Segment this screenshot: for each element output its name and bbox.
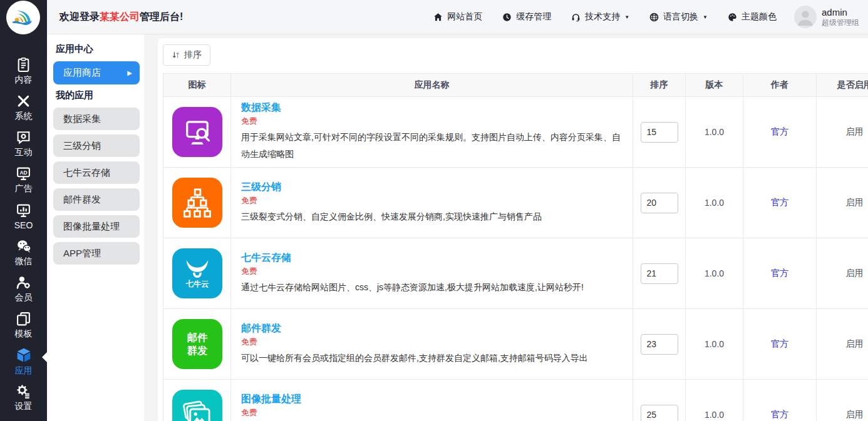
- page-title: 欢迎登录某某公司管理后台!: [59, 11, 413, 24]
- app-price: 免费: [241, 195, 623, 206]
- section-title-app-center: 应用中心: [56, 43, 144, 55]
- sidebar-item-interact[interactable]: 互动: [0, 126, 47, 162]
- column-header-4: 作者: [743, 74, 817, 97]
- sort-input[interactable]: [641, 193, 678, 213]
- app-title-link[interactable]: 邮件群发: [241, 322, 281, 335]
- app-store-label: 应用商店: [63, 67, 101, 79]
- sidebar-item-seo[interactable]: SEO: [0, 198, 47, 235]
- table-row: 图像批量处理免费可以批量处理(改变尺寸、加水印、瘦身、格式转换等)网站图片1.0…: [163, 380, 868, 421]
- icon-cell: 邮件群发: [163, 309, 231, 380]
- cube-icon: [16, 347, 32, 363]
- nav-item-tech-support[interactable]: 技术支持▼: [571, 11, 629, 23]
- nav-item-label: 主题颜色: [741, 11, 777, 23]
- my-app-button-4[interactable]: 图像批量处理: [53, 215, 140, 238]
- icon-cell: [163, 97, 231, 168]
- enabled-cell: 启用: [817, 309, 868, 380]
- sort-cell: [633, 168, 686, 238]
- nav-item-label: 技术支持: [585, 11, 620, 23]
- svg-text:AD: AD: [19, 170, 27, 176]
- sidebar-item-member[interactable]: 会员: [0, 271, 47, 307]
- author-cell: 官方: [743, 97, 817, 168]
- enabled-cell: 启用: [817, 380, 868, 421]
- sidebar-item-label: 广告: [15, 183, 33, 195]
- arrow-right-icon: ▶: [127, 69, 132, 76]
- app-title-link[interactable]: 数据采集: [241, 101, 281, 114]
- image-stack-icon: [180, 398, 214, 421]
- name-cell: 数据采集免费用于采集网站文章,可针对不同的字段设置不同的采集规则。支持图片自动上…: [231, 97, 633, 168]
- sidebar-item-content[interactable]: 内容: [0, 53, 47, 89]
- column-header-2: 排序: [633, 74, 686, 97]
- icon-cell: [163, 168, 231, 238]
- site-logo: [6, 1, 40, 34]
- main-area: 排序 图标应用名称排序版本作者是否启用 数据采集免费用于采集网站文章,可针对不同…: [144, 34, 868, 421]
- nav-item-cache-manage[interactable]: 缓存管理: [502, 11, 551, 23]
- chevron-down-icon: ▼: [703, 14, 708, 20]
- pages-icon: [16, 311, 31, 327]
- app-title-link[interactable]: 七牛云存储: [241, 251, 291, 265]
- author-cell: 官方: [743, 309, 817, 380]
- app-title-link[interactable]: 图像批量处理: [241, 393, 301, 406]
- logo-graphic: [9, 4, 37, 31]
- sidebar-item-system[interactable]: 系统: [0, 89, 47, 126]
- sidebar-item-template[interactable]: 模板: [0, 307, 47, 343]
- app-title-link[interactable]: 三级分销: [241, 181, 281, 194]
- secondary-sidebar: 应用中心 应用商店 ▶ 我的应用 数据采集三级分销七牛云存储邮件群发图像批量处理…: [47, 34, 144, 421]
- app-description: 通过七牛云存储给网站图片、css、js等静态资源加速,极大提升网站加载速度,让网…: [241, 279, 623, 296]
- my-app-button-1[interactable]: 三级分销: [53, 134, 140, 157]
- author-link[interactable]: 官方: [771, 338, 788, 348]
- org-chart-icon: [181, 186, 214, 219]
- sort-cell: [633, 97, 686, 168]
- column-header-5: 是否启用: [817, 74, 868, 97]
- my-app-button-2[interactable]: 七牛云存储: [53, 161, 140, 184]
- app-description: 可以一键给所有会员或指定组的会员群发邮件,支持群发自定义邮箱,支持邮箱号码导入导…: [241, 350, 623, 367]
- user-menu[interactable]: admin 超级管理组: [794, 6, 859, 28]
- sort-cell: [633, 309, 686, 380]
- app-icon: [172, 390, 222, 421]
- user-gear-icon: [16, 275, 31, 290]
- app-price: 免费: [241, 407, 623, 418]
- author-cell: 官方: [743, 380, 817, 421]
- sort-input[interactable]: [641, 263, 678, 284]
- app-price: 免费: [241, 266, 623, 277]
- sort-input[interactable]: [641, 405, 678, 421]
- content-card: 排序 图标应用名称排序版本作者是否启用 数据采集免费用于采集网站文章,可针对不同…: [158, 38, 868, 421]
- sidebar-item-settings[interactable]: 设置: [0, 380, 47, 416]
- sidebar-item-wechat[interactable]: 微信: [0, 235, 47, 271]
- icon-cell: [163, 380, 231, 421]
- svg-text:邮件: 邮件: [187, 332, 207, 343]
- nav-item-label: 网站首页: [447, 11, 482, 23]
- name-cell: 三级分销免费三级裂变式分销、自定义佣金比例、快速发展分销商,实现快速推广与销售产…: [231, 168, 633, 238]
- app-description: 用于采集网站文章,可针对不同的字段设置不同的采集规则。支持图片自动上传、内容分页…: [241, 129, 623, 163]
- sort-cell: [633, 380, 686, 421]
- my-app-button-3[interactable]: 邮件群发: [53, 188, 140, 211]
- sort-arrows-icon: [172, 51, 180, 59]
- sort-button[interactable]: 排序: [163, 44, 210, 66]
- nav-item-theme-color[interactable]: 主题颜色: [728, 11, 777, 23]
- nav-item-site-home[interactable]: 网站首页: [433, 11, 482, 23]
- sort-input[interactable]: [641, 122, 678, 143]
- sort-button-label: 排序: [184, 49, 202, 61]
- app-price: 免费: [241, 116, 623, 127]
- my-app-button-5[interactable]: APP管理: [53, 242, 140, 265]
- author-link[interactable]: 官方: [771, 409, 788, 419]
- avatar: [794, 6, 817, 28]
- sort-input[interactable]: [641, 334, 678, 355]
- app-store-button[interactable]: 应用商店 ▶: [53, 61, 140, 84]
- column-header-0: 图标: [163, 74, 231, 97]
- globe-icon: [649, 13, 659, 22]
- sort-cell: [633, 238, 686, 309]
- author-link[interactable]: 官方: [771, 126, 788, 136]
- author-link[interactable]: 官方: [771, 268, 788, 278]
- sidebar-item-ads[interactable]: AD广告: [0, 162, 47, 198]
- author-link[interactable]: 官方: [771, 197, 788, 207]
- enabled-cell: 启用: [817, 168, 868, 238]
- svg-text:七牛云: 七牛云: [185, 280, 209, 288]
- mail-text-icon: 邮件群发: [180, 327, 215, 362]
- name-cell: 邮件群发免费可以一键给所有会员或指定组的会员群发邮件,支持群发自定义邮箱,支持邮…: [231, 309, 633, 380]
- my-app-button-0[interactable]: 数据采集: [53, 108, 140, 130]
- enabled-cell: 启用: [817, 97, 868, 168]
- app-price: 免费: [241, 337, 623, 348]
- sidebar-item-apps[interactable]: 应用: [0, 343, 47, 380]
- app-description: 三级裂变式分销、自定义佣金比例、快速发展分销商,实现快速推广与销售产品: [241, 208, 623, 225]
- nav-item-language[interactable]: 语言切换▼: [649, 11, 708, 23]
